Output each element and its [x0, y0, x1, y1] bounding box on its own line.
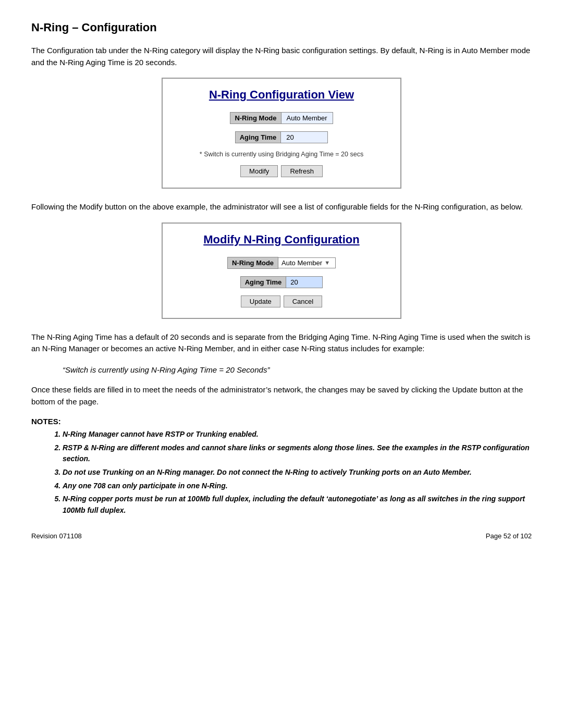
modify-nring-mode-select[interactable]: Auto Member ▼: [278, 257, 336, 268]
view-box-title: N-Ring Configuration View: [173, 88, 390, 102]
list-item: Any one 708 can only participate in one …: [63, 480, 532, 492]
view-box-note: * Switch is currently using Bridging Agi…: [173, 151, 390, 158]
cancel-button[interactable]: Cancel: [284, 295, 322, 307]
aging-time-row: Aging Time 20: [173, 131, 390, 143]
list-item: N-Ring copper ports must be run at 100Mb…: [63, 493, 532, 516]
body-text-3: Once these fields are filled in to meet …: [31, 384, 532, 408]
update-button[interactable]: Update: [241, 295, 280, 307]
nring-mode-label: N-Ring Mode: [230, 112, 281, 124]
list-item: RSTP & N-Ring are different modes and ca…: [63, 442, 532, 465]
footer-revision: Revision 071108: [31, 532, 82, 540]
body-text-2: The N-Ring Aging Time has a default of 2…: [31, 331, 532, 355]
dropdown-arrow-icon: ▼: [324, 260, 330, 266]
refresh-button[interactable]: Refresh: [281, 165, 323, 177]
modify-nring-mode-row: N-Ring Mode Auto Member ▼: [173, 257, 390, 269]
footer: Revision 071108 Page 52 of 102: [31, 532, 532, 540]
modify-aging-time-label: Aging Time: [240, 276, 287, 288]
modify-nring-mode-label: N-Ring Mode: [227, 257, 278, 269]
aging-time-value: 20: [281, 131, 328, 143]
modify-button[interactable]: Modify: [240, 165, 278, 177]
modify-nring-mode-value: Auto Member: [282, 259, 322, 267]
aging-time-label: Aging Time: [235, 131, 282, 143]
list-item: N-Ring Manager cannot have RSTP or Trunk…: [63, 429, 532, 440]
modify-aging-time-row: Aging Time 20: [173, 276, 390, 288]
nring-modify-box: Modify N-Ring Configuration N-Ring Mode …: [162, 223, 401, 319]
body-text-1: Following the Modify button on the above…: [31, 201, 532, 213]
page-title: N-Ring – Configuration: [31, 21, 532, 34]
modify-box-title: Modify N-Ring Configuration: [173, 233, 390, 246]
footer-page: Page 52 of 102: [486, 532, 532, 540]
list-item: Do not use Trunking on an N-Ring manager…: [63, 467, 532, 478]
nring-mode-value: Auto Member: [282, 112, 333, 124]
notes-list: N-Ring Manager cannot have RSTP or Trunk…: [63, 429, 532, 516]
notes-heading: NOTES:: [31, 417, 532, 426]
italic-quote: “Switch is currently using N-Ring Aging …: [63, 364, 532, 376]
nring-config-view-box: N-Ring Configuration View N-Ring Mode Au…: [162, 78, 401, 189]
modify-aging-time-input[interactable]: 20: [286, 276, 323, 288]
modify-box-buttons: Update Cancel: [173, 295, 390, 307]
intro-paragraph: The Configuration tab under the N-Ring c…: [31, 45, 532, 68]
nring-mode-row: N-Ring Mode Auto Member: [173, 112, 390, 124]
view-box-buttons: Modify Refresh: [173, 165, 390, 177]
